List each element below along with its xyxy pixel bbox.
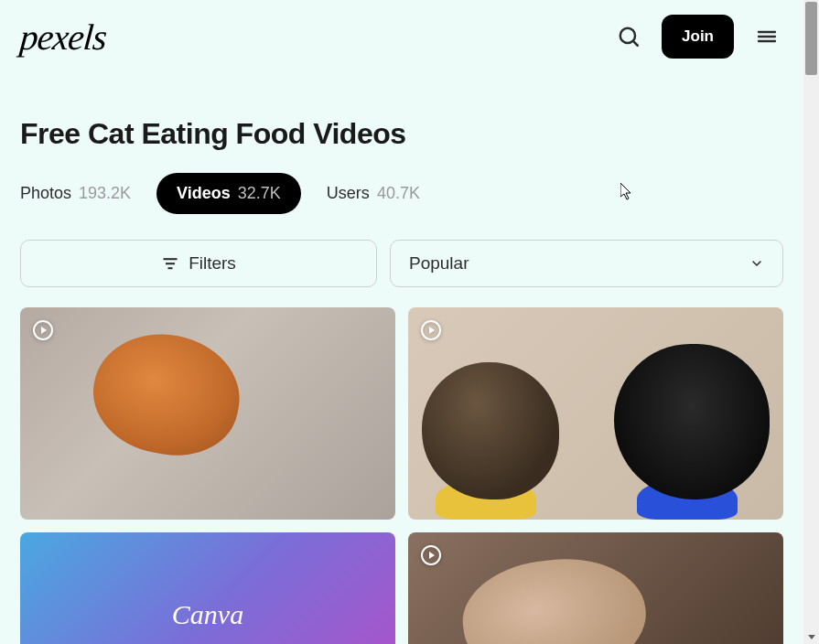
ad-brand-logo: Canva xyxy=(172,599,243,630)
video-card[interactable] xyxy=(408,532,783,644)
chevron-down-icon xyxy=(749,256,764,271)
tab-videos[interactable]: Videos 32.7K xyxy=(156,173,301,214)
hamburger-icon xyxy=(756,26,778,48)
join-button[interactable]: Join xyxy=(662,15,734,59)
tab-users[interactable]: Users 40.7K xyxy=(327,173,420,214)
filter-icon xyxy=(161,254,179,273)
ad-thumbnail: Canva xyxy=(20,532,395,644)
scrollbar[interactable] xyxy=(803,0,819,644)
sort-label: Popular xyxy=(409,253,469,274)
video-card[interactable] xyxy=(20,307,395,520)
svg-marker-14 xyxy=(808,635,815,639)
grid-column xyxy=(408,307,783,644)
svg-rect-6 xyxy=(166,263,175,264)
play-icon xyxy=(420,319,442,341)
scrollbar-arrow-down[interactable] xyxy=(805,630,817,642)
tab-count: 40.7K xyxy=(377,184,420,203)
tab-label: Photos xyxy=(20,184,71,203)
ad-card[interactable]: Canva xyxy=(20,532,395,644)
svg-marker-9 xyxy=(41,327,47,334)
header-actions: Join xyxy=(616,15,780,59)
search-button[interactable] xyxy=(616,24,641,49)
play-icon xyxy=(420,544,442,566)
tab-label: Videos xyxy=(177,184,231,203)
video-card[interactable] xyxy=(408,307,783,520)
video-thumbnail xyxy=(408,307,783,520)
sort-dropdown[interactable]: Popular xyxy=(390,240,783,287)
tab-photos[interactable]: Photos 193.2K xyxy=(20,173,131,214)
svg-rect-5 xyxy=(164,258,178,260)
header: pexels Join xyxy=(0,0,803,73)
tab-label: Users xyxy=(327,184,370,203)
play-icon xyxy=(32,319,54,341)
tabs: Photos 193.2K Videos 32.7K Users 40.7K xyxy=(0,173,803,214)
search-icon xyxy=(617,25,641,48)
filters-label: Filters xyxy=(189,253,236,274)
play-badge xyxy=(419,543,443,567)
play-badge xyxy=(31,318,55,342)
controls-row: Filters Popular xyxy=(0,240,803,287)
svg-marker-13 xyxy=(429,552,435,559)
grid-column: Canva xyxy=(20,307,395,644)
video-thumbnail xyxy=(20,307,395,520)
page: pexels Join Free Cat Eating Food Videos … xyxy=(0,0,803,644)
tab-count: 32.7K xyxy=(238,184,281,203)
logo[interactable]: pexels xyxy=(18,16,108,59)
svg-marker-11 xyxy=(429,327,435,334)
svg-line-1 xyxy=(633,41,638,46)
play-badge xyxy=(419,318,443,342)
tab-count: 193.2K xyxy=(79,184,131,203)
filters-button[interactable]: Filters xyxy=(20,240,377,287)
video-thumbnail xyxy=(408,532,783,644)
svg-rect-7 xyxy=(168,267,173,269)
scrollbar-thumb[interactable] xyxy=(805,2,817,75)
menu-button[interactable] xyxy=(754,24,780,49)
results-grid: Canva xyxy=(0,307,803,644)
page-title: Free Cat Eating Food Videos xyxy=(0,73,803,173)
